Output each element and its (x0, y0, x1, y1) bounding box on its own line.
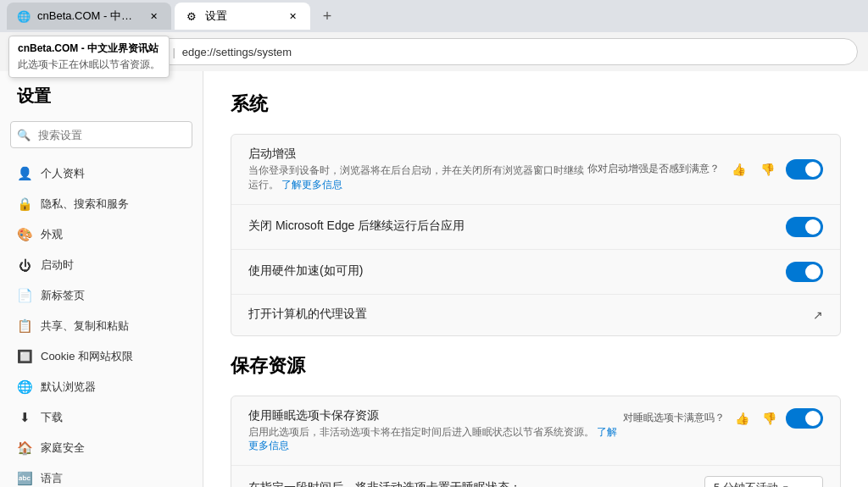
tab-settings-favicon: ⚙ (185, 9, 198, 23)
close-background-controls (786, 217, 823, 237)
sidebar-item-download[interactable]: ⬇ 下载 (0, 402, 203, 433)
sidebar-item-family-label: 家庭安全 (41, 440, 85, 456)
sidebar-item-newtab-label: 新标签页 (41, 288, 85, 303)
hardware-accel-controls (786, 262, 823, 282)
sidebar-item-language[interactable]: 🔤 语言 (0, 463, 203, 487)
startup-boost-row: 启动增强 当你登录到设备时，浏览器将在后台启动，并在关闭所有浏览器窗口时继续运行… (231, 135, 840, 205)
startup-boost-toggle-thumb (805, 162, 821, 177)
sidebar-item-startup[interactable]: ⏻ 启动时 (0, 250, 203, 280)
hardware-accel-toggle-thumb (805, 264, 821, 279)
tab-cnbeta[interactable]: 🌐 cnBeta.COM - 中文业界资讯站 ✕ (7, 3, 171, 30)
tab-bar: 🌐 cnBeta.COM - 中文业界资讯站 ✕ ⚙ 设置 ✕ + (0, 0, 868, 32)
tab-cnbeta-title: cnBeta.COM - 中文业界资讯站 (37, 8, 139, 24)
family-icon: 🏠 (17, 440, 32, 456)
search-input[interactable] (10, 121, 192, 148)
share-icon: 📋 (17, 318, 32, 334)
startup-boost-feedback-label: 你对启动增强是否感到满意？ (587, 162, 720, 176)
tab-settings-title: 设置 (205, 8, 278, 24)
sidebar: 设置 🔍 👤 个人资料 🔒 隐私、搜索和服务 🎨 外观 ⏻ 启动时 (0, 71, 203, 487)
startup-boost-label: 启动增强 (248, 147, 587, 162)
sidebar-item-share[interactable]: 📋 共享、复制和粘贴 (0, 311, 203, 341)
startup-boost-toggle[interactable] (786, 159, 823, 180)
close-background-label: 关闭 Microsoft Edge 后继续运行后台应用 (248, 219, 786, 234)
profile-icon: 👤 (17, 166, 32, 181)
sleep-section: 使用睡眠选项卡保存资源 启用此选项后，非活动选项卡将在指定时间后进入睡眠状态以节… (231, 396, 841, 487)
sidebar-title: 设置 (0, 85, 203, 121)
external-link-icon: ↗ (813, 308, 823, 322)
sleep-label: 使用睡眠选项卡保存资源 (248, 408, 623, 423)
sleep-toggle[interactable] (786, 408, 823, 429)
sidebar-item-newtab[interactable]: 📄 新标签页 (0, 280, 203, 311)
cookie-icon: 🔲 (17, 349, 32, 364)
save-resources-title: 保存资源 (231, 353, 841, 379)
newtab-icon: 📄 (17, 288, 32, 303)
tab-cnbeta-close[interactable]: ✕ (146, 8, 161, 24)
sleep-controls: 对睡眠选项卡满意吗？ 👍 👎 (623, 408, 823, 429)
proxy-row: 打开计算机的代理设置 ↗ (231, 295, 840, 335)
sleep-thumbs-up-button[interactable]: 👍 (732, 408, 752, 429)
search-box: 🔍 (10, 121, 192, 148)
appearance-icon: 🎨 (17, 227, 32, 242)
thumbs-up-button[interactable]: 👍 (728, 159, 748, 180)
browser-content: 设置 🔍 👤 个人资料 🔒 隐私、搜索和服务 🎨 外观 ⏻ 启动时 (0, 71, 868, 487)
tab-tooltip: cnBeta.COM - 中文业界资讯站 此选项卡正在休眠以节省资源。 (8, 36, 170, 78)
sidebar-item-appearance-label: 外观 (41, 227, 63, 242)
hardware-accel-label: 使用硬件加速(如可用) (248, 263, 786, 279)
sidebar-item-profile-label: 个人资料 (41, 166, 85, 181)
default-browser-icon: 🌐 (17, 379, 32, 395)
close-background-row: 关闭 Microsoft Edge 后继续运行后台应用 (231, 205, 840, 250)
sidebar-item-language-label: 语言 (41, 471, 63, 486)
hardware-accel-toggle[interactable] (786, 262, 823, 282)
sleep-header: 使用睡眠选项卡保存资源 启用此选项后，非活动选项卡将在指定时间后进入睡眠状态以节… (231, 396, 840, 467)
sleep-feedback-label: 对睡眠选项卡满意吗？ (623, 411, 725, 425)
startup-boost-controls: 你对启动增强是否感到满意？ 👍 👎 (587, 159, 823, 180)
sidebar-item-cookie[interactable]: 🔲 Cookie 和网站权限 (0, 341, 203, 372)
sleep-toggle-thumb (805, 411, 821, 426)
sidebar-item-default-browser[interactable]: 🌐 默认浏览器 (0, 372, 203, 402)
inactive-time-label: 在指定一段时间后，将非活动选项卡置于睡眠状态： (248, 480, 704, 487)
close-background-toggle-thumb (805, 219, 821, 235)
new-tab-button[interactable]: + (314, 3, 341, 30)
sleep-thumbs-down-button[interactable]: 👎 (759, 408, 779, 429)
startup-icon: ⏻ (17, 257, 32, 273)
sidebar-item-share-label: 共享、复制和粘贴 (41, 318, 129, 334)
sidebar-item-family[interactable]: 🏠 家庭安全 (0, 433, 203, 463)
proxy-label: 打开计算机的代理设置 (248, 307, 813, 322)
system-block: 启动增强 当你登录到设备时，浏览器将在后台启动，并在关闭所有浏览器窗口时继续运行… (231, 134, 841, 336)
address-field[interactable]: ◈ Edge | edge://settings/system (112, 38, 858, 65)
sidebar-item-privacy-label: 隐私、搜索和服务 (41, 196, 129, 212)
sleep-desc: 启用此选项后，非活动选项卡将在指定时间后进入睡眠状态以节省系统资源。 了解更多信… (248, 425, 623, 454)
system-section-title: 系统 (231, 91, 841, 117)
settings-main: 系统 启动增强 当你登录到设备时，浏览器将在后台启动，并在关闭所有浏览器窗口时继… (203, 71, 868, 487)
hardware-accel-row: 使用硬件加速(如可用) (231, 250, 840, 295)
close-background-info: 关闭 Microsoft Edge 后继续运行后台应用 (248, 219, 786, 235)
download-icon: ⬇ (17, 410, 32, 425)
chevron-down-icon: ▾ (783, 483, 788, 487)
language-icon: 🔤 (17, 471, 32, 486)
sidebar-item-cookie-label: Cookie 和网站权限 (41, 349, 133, 364)
inactive-time-dropdown[interactable]: 5 分钟不活动 ▾ (704, 476, 823, 487)
sidebar-item-profile[interactable]: 👤 个人资料 (0, 158, 203, 189)
sidebar-item-privacy[interactable]: 🔒 隐私、搜索和服务 (0, 189, 203, 219)
close-background-toggle[interactable] (786, 217, 823, 237)
hardware-accel-info: 使用硬件加速(如可用) (248, 263, 786, 280)
inactive-time-value: 5 分钟不活动 (714, 480, 778, 487)
browser-window: 🌐 cnBeta.COM - 中文业界资讯站 ✕ ⚙ 设置 ✕ + cnBeta… (0, 0, 868, 487)
tooltip-title: cnBeta.COM - 中文业界资讯站 (18, 42, 160, 56)
tab-settings[interactable]: ⚙ 设置 ✕ (175, 3, 310, 30)
sidebar-item-appearance[interactable]: 🎨 外观 (0, 219, 203, 250)
tab-cnbeta-favicon: 🌐 (17, 9, 31, 23)
startup-boost-info: 启动增强 当你登录到设备时，浏览器将在后台启动，并在关闭所有浏览器窗口时继续运行… (248, 147, 587, 192)
sidebar-item-download-label: 下载 (41, 410, 63, 425)
startup-boost-link[interactable]: 了解更多信息 (281, 179, 342, 191)
startup-boost-desc: 当你登录到设备时，浏览器将在后台启动，并在关闭所有浏览器窗口时继续运行。 了解更… (248, 163, 587, 192)
lock-icon: 🔒 (17, 196, 32, 212)
sidebar-item-default-browser-label: 默认浏览器 (41, 379, 96, 395)
sidebar-item-startup-label: 启动时 (41, 257, 74, 273)
tooltip-desc: 此选项卡正在休眠以节省资源。 (18, 58, 160, 72)
thumbs-down-button[interactable]: 👎 (757, 159, 777, 180)
tab-settings-close[interactable]: ✕ (285, 8, 300, 24)
inactive-time-row: 在指定一段时间后，将非活动选项卡置于睡眠状态： 5 分钟不活动 ▾ (231, 466, 840, 487)
proxy-info: 打开计算机的代理设置 (248, 307, 813, 324)
address-text: edge://settings/system (182, 46, 292, 58)
